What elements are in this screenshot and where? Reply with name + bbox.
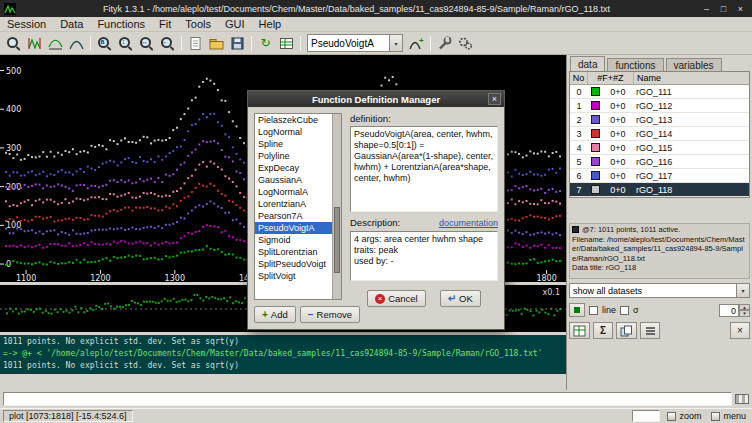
toolbar-separator — [300, 36, 301, 51]
function-list-scrollbar[interactable] — [332, 114, 341, 299]
toolbar: a ↕ ↔ ← ↻ PseudoVoigtA ▾ + — [0, 32, 752, 55]
delete-dataset-button[interactable]: × — [730, 322, 750, 339]
line-checkbox-label: line — [602, 305, 616, 315]
command-input[interactable] — [3, 392, 732, 406]
delete-icon: × — [737, 325, 743, 336]
point-style-icon — [574, 307, 580, 313]
menu-item-gui[interactable]: GUI — [218, 17, 252, 32]
dataset-color-cell — [588, 157, 602, 166]
statusbar-menu-button[interactable]: menu — [708, 410, 749, 423]
tab-functions[interactable]: functions — [607, 58, 663, 71]
dataset-row[interactable]: 60+0rGO_117 — [570, 169, 749, 183]
function-list-item[interactable]: Pearson7A — [255, 210, 332, 222]
sum-datasets-button[interactable]: Σ — [593, 322, 613, 339]
statusbar-menu-label: menu — [723, 411, 746, 421]
dataset-row[interactable]: 20+0rGO_113 — [570, 113, 749, 127]
point-style-button[interactable] — [569, 303, 585, 317]
sigma-checkbox[interactable] — [620, 306, 629, 315]
dataset-row[interactable]: 10+0rGO_112 — [570, 99, 749, 113]
point-size-spinner[interactable]: 0 ▲ ▼ — [719, 304, 750, 317]
settings-button[interactable] — [455, 33, 476, 53]
new-session-button[interactable] — [185, 33, 206, 53]
ok-button[interactable]: ↵ OK — [440, 290, 481, 307]
data-range-mode-button[interactable] — [24, 33, 45, 53]
function-list-item[interactable]: SplitLorentzian — [255, 246, 332, 258]
function-list-item[interactable]: Sigmoid — [255, 234, 332, 246]
dataset-row[interactable]: 30+0rGO_114 — [570, 127, 749, 141]
open-file-button[interactable] — [206, 33, 227, 53]
function-list-item[interactable]: LogNormalA — [255, 186, 332, 198]
function-list-item[interactable]: PielaszekCube — [255, 114, 332, 126]
line-checkbox[interactable] — [589, 306, 598, 315]
dataset-color-swatch — [591, 185, 600, 194]
baseline-mode-button[interactable] — [45, 33, 66, 53]
zoom-all-button[interactable]: a — [94, 33, 115, 53]
documentation-link[interactable]: documentation — [439, 218, 498, 228]
add-button-label: Add — [271, 309, 288, 320]
save-session-button[interactable] — [227, 33, 248, 53]
function-list-item[interactable]: SplitVoigt — [255, 270, 332, 282]
menu-item-tools[interactable]: Tools — [178, 17, 218, 32]
function-list-item[interactable]: LorentzianA — [255, 198, 332, 210]
menu-item-data[interactable]: Data — [53, 17, 90, 32]
function-list-item[interactable]: ExpDecay — [255, 162, 332, 174]
menu-item-help[interactable]: Help — [252, 17, 289, 32]
menu-item-session[interactable]: Session — [0, 17, 53, 32]
dataset-function-count: 0+0 — [602, 171, 634, 181]
dataset-function-count: 0+0 — [602, 101, 634, 111]
dataset-row[interactable]: 50+0rGO_116 — [570, 155, 749, 169]
function-list-item[interactable]: LogNormal — [255, 126, 332, 138]
dataset-menu-button[interactable] — [640, 322, 660, 339]
spinner-down-icon[interactable]: ▼ — [739, 310, 750, 317]
definition-textarea[interactable]: PseudoVoigtA(area, center, hwhm, shape=0… — [350, 126, 498, 212]
chevron-down-icon[interactable]: ▾ — [389, 35, 402, 51]
minimize-button[interactable]: – — [699, 3, 714, 15]
close-button[interactable]: × — [733, 3, 748, 15]
zoom-menu-button[interactable]: zoom — [664, 410, 704, 423]
dataset-row[interactable]: 70+0rGO_118 — [570, 183, 749, 197]
dialog-close-button[interactable]: × — [488, 93, 501, 105]
copy-dataset-button[interactable] — [616, 322, 637, 339]
function-type-dropdown[interactable]: PseudoVoigtA ▾ — [307, 34, 403, 52]
function-list-item[interactable]: PseudoVoigtA — [255, 222, 332, 234]
dataset-function-count: 0+0 — [602, 185, 634, 195]
auto-add-peak-button[interactable]: + — [406, 33, 427, 53]
scrollbar-thumb[interactable] — [334, 207, 340, 274]
data-table-button[interactable] — [276, 33, 297, 53]
maximize-button[interactable]: □ — [716, 3, 731, 15]
gears-icon — [458, 36, 473, 51]
toolbar-separator — [90, 36, 91, 51]
dataset-color-cell — [588, 171, 602, 180]
dataset-row[interactable]: 00+0rGO_111 — [570, 85, 749, 99]
function-list-item[interactable]: Spline — [255, 138, 332, 150]
tab-data[interactable]: data — [570, 56, 605, 71]
cancel-button[interactable]: × Cancel — [367, 290, 426, 307]
keyboard-icon[interactable] — [735, 394, 749, 404]
function-details-box: 4 args: area center hwhm shapetraits: pe… — [350, 231, 498, 281]
function-list-item[interactable]: GaussianA — [255, 174, 332, 186]
datasets-filter-dropdown[interactable]: show all datasets ▾ — [569, 283, 750, 298]
sigma-checkbox-label: σ — [633, 305, 639, 315]
previous-zoom-button[interactable]: ← — [157, 33, 178, 53]
dialog-title-bar[interactable]: Function Definition Manager × — [248, 91, 504, 107]
menu-item-functions[interactable]: Functions — [90, 17, 152, 32]
add-function-button[interactable]: + Add — [254, 306, 296, 323]
add-peak-mode-button[interactable] — [66, 33, 87, 53]
menu-item-fit[interactable]: Fit — [152, 17, 178, 32]
fit-button[interactable] — [434, 33, 455, 53]
zoom-vertical-button[interactable]: ↕ — [115, 33, 136, 53]
sidebar-tabs: datafunctionsvariables — [570, 56, 724, 71]
dataset-row[interactable]: 40+0rGO_115 — [570, 141, 749, 155]
zoom-horizontal-button[interactable]: ↔ — [136, 33, 157, 53]
dataset-number: 1 — [570, 101, 588, 111]
svg-text:1100: 1100 — [16, 274, 36, 282]
svg-text:1200: 1200 — [90, 274, 110, 282]
function-list-item[interactable]: Polyline — [255, 150, 332, 162]
reload-data-button[interactable]: ↻ — [255, 33, 276, 53]
zoom-mode-button[interactable] — [3, 33, 24, 53]
chevron-down-icon[interactable]: ▾ — [736, 284, 749, 297]
window-title: Fityk 1.3.1 - /home/aleplo/test/Document… — [16, 4, 697, 14]
data-grid-button[interactable] — [569, 322, 590, 339]
tab-variables[interactable]: variables — [666, 58, 722, 71]
function-list-item[interactable]: SplitPseudoVoigt — [255, 258, 332, 270]
